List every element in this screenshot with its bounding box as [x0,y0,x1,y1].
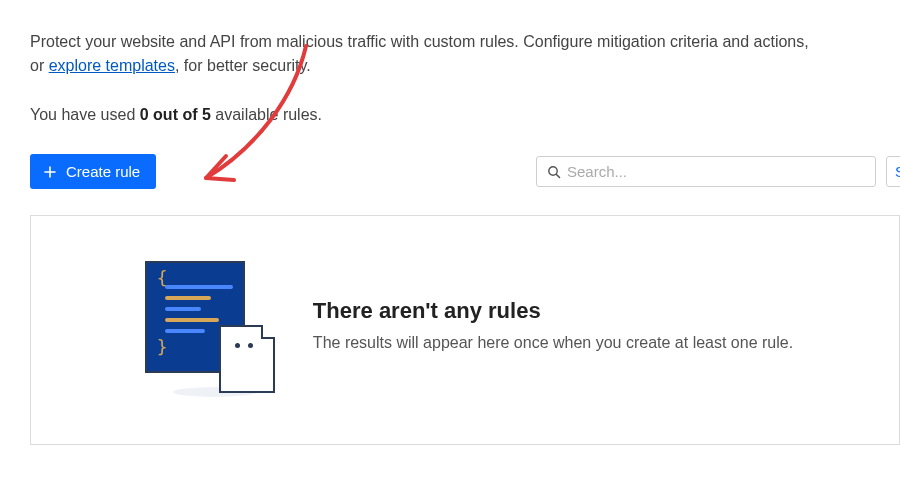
create-rule-button[interactable]: Create rule [30,154,156,189]
rules-usage-text: You have used 0 out of 5 available rules… [30,106,900,124]
create-rule-label: Create rule [66,163,140,180]
intro-text-after: , for better security. [175,57,311,74]
empty-state-subtitle: The results will appear here once when y… [313,334,793,352]
search-box[interactable] [536,156,876,187]
plus-icon [44,166,56,178]
empty-state-title: There aren't any rules [313,298,793,324]
usage-prefix: You have used [30,106,140,123]
rules-panel: { } There aren't any rules The results w… [30,215,900,445]
toolbar: Create rule S [30,154,900,189]
right-controls: S [536,156,900,187]
search-icon [547,165,561,179]
explore-templates-link[interactable]: explore templates [49,57,175,74]
side-button-letter: S [895,163,900,180]
usage-count: 0 out of 5 [140,106,211,123]
empty-state-text: There aren't any rules The results will … [313,298,793,352]
intro-paragraph: Protect your website and API from malici… [30,30,810,78]
empty-state-illustration: { } [137,255,277,395]
svg-line-1 [556,174,559,177]
document-icon [219,325,275,393]
side-button[interactable]: S [886,156,900,187]
search-input[interactable] [567,163,865,180]
usage-suffix: available rules. [211,106,322,123]
